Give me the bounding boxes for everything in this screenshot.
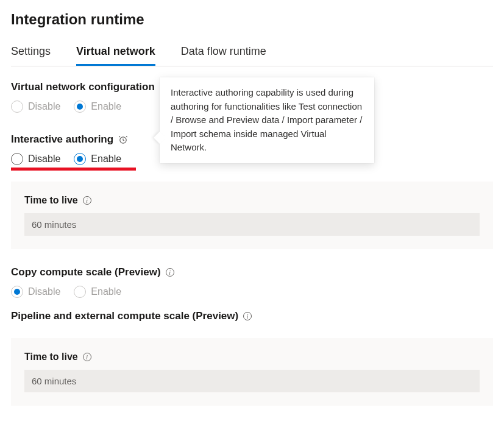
info-icon[interactable]: i <box>83 196 91 205</box>
info-icon[interactable]: i <box>243 312 252 320</box>
ttl-panel-2: Time to live i 60 minutes <box>11 338 493 406</box>
tab-data-flow-runtime[interactable]: Data flow runtime <box>181 45 266 66</box>
ttl-panel-1: Time to live i 60 minutes <box>11 182 493 249</box>
copy-compute-radios: Disable Enable <box>11 286 493 298</box>
tab-settings[interactable]: Settings <box>11 45 51 66</box>
tabs: Settings Virtual network Data flow runti… <box>11 45 493 66</box>
pipeline-compute-label: Pipeline and external compute scale (Pre… <box>11 310 252 322</box>
copy-compute-label: Copy compute scale (Preview) i <box>11 266 174 278</box>
ia-disable-radio[interactable]: Disable <box>11 153 60 165</box>
info-icon[interactable]: i <box>83 353 91 361</box>
page-title: Integration runtime <box>11 11 493 28</box>
ttl1-input[interactable]: 60 minutes <box>24 213 480 236</box>
ttl1-label: Time to live i <box>24 195 91 206</box>
vnet-disable-radio[interactable]: Disable <box>11 101 60 113</box>
vnet-config-label: Virtual network configuration i <box>11 81 168 93</box>
ttl2-label: Time to live i <box>24 351 91 362</box>
info-icon[interactable]: i <box>166 268 174 277</box>
alarm-icon[interactable] <box>118 135 128 144</box>
cc-enable-radio[interactable]: Enable <box>74 286 121 298</box>
interactive-authoring-label: Interactive authoring <box>11 133 128 146</box>
ttl2-input[interactable]: 60 minutes <box>24 370 480 392</box>
tab-virtual-network[interactable]: Virtual network <box>76 45 155 66</box>
tooltip: Interactive authoring capability is used… <box>160 77 374 163</box>
highlight-underline <box>11 168 136 171</box>
ia-enable-radio[interactable]: Enable <box>74 153 121 165</box>
vnet-enable-radio[interactable]: Enable <box>74 101 121 113</box>
tooltip-text: Interactive authoring capability is used… <box>171 87 362 152</box>
cc-disable-radio[interactable]: Disable <box>11 286 60 298</box>
